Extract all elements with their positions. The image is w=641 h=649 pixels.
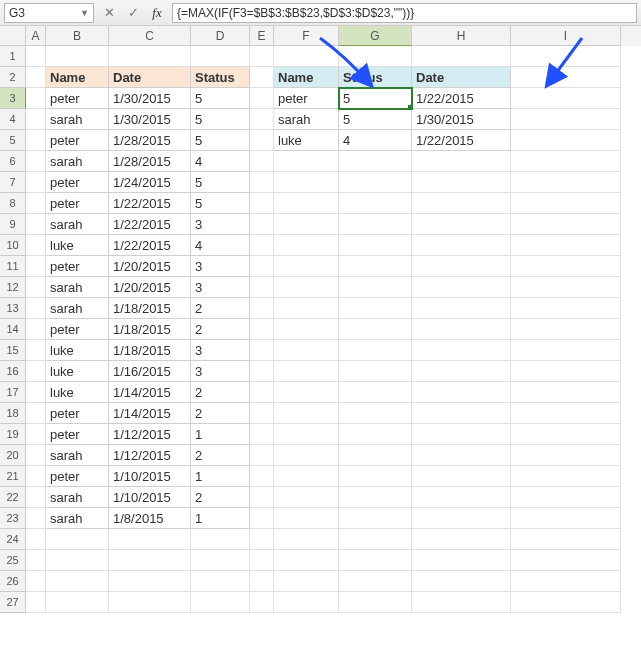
cell[interactable] <box>250 550 274 571</box>
cell[interactable] <box>511 571 621 592</box>
cell[interactable] <box>274 298 339 319</box>
cell[interactable]: 5 <box>339 88 412 109</box>
cell[interactable] <box>26 151 46 172</box>
row-header-11[interactable]: 11 <box>0 256 26 277</box>
cell[interactable] <box>339 508 412 529</box>
cell[interactable]: peter <box>46 130 109 151</box>
cell[interactable] <box>412 214 511 235</box>
cell[interactable]: 1/30/2015 <box>412 109 511 130</box>
cell[interactable] <box>339 361 412 382</box>
cell[interactable] <box>191 529 250 550</box>
cell[interactable]: 1/30/2015 <box>109 88 191 109</box>
cell[interactable] <box>250 403 274 424</box>
cell[interactable]: 1/28/2015 <box>109 130 191 151</box>
row-header-19[interactable]: 19 <box>0 424 26 445</box>
cell[interactable] <box>26 235 46 256</box>
cell[interactable] <box>26 88 46 109</box>
cell[interactable] <box>250 256 274 277</box>
cell[interactable] <box>412 277 511 298</box>
row-header-4[interactable]: 4 <box>0 109 26 130</box>
cell[interactable]: Name <box>46 67 109 88</box>
cell[interactable]: 1/22/2015 <box>109 235 191 256</box>
cell[interactable] <box>26 277 46 298</box>
cell[interactable]: 4 <box>339 130 412 151</box>
cell[interactable]: 2 <box>191 319 250 340</box>
cell[interactable] <box>511 319 621 340</box>
cell[interactable]: sarah <box>46 151 109 172</box>
row-header-14[interactable]: 14 <box>0 319 26 340</box>
cell[interactable] <box>274 340 339 361</box>
cell[interactable] <box>26 109 46 130</box>
row-header-8[interactable]: 8 <box>0 193 26 214</box>
row-header-3[interactable]: 3 <box>0 88 26 109</box>
row-header-5[interactable]: 5 <box>0 130 26 151</box>
cell[interactable]: 1/14/2015 <box>109 403 191 424</box>
row-header-18[interactable]: 18 <box>0 403 26 424</box>
cell[interactable]: sarah <box>46 508 109 529</box>
cell[interactable] <box>26 172 46 193</box>
cell[interactable] <box>339 214 412 235</box>
cell[interactable] <box>250 235 274 256</box>
cell[interactable] <box>339 298 412 319</box>
cell[interactable]: peter <box>46 319 109 340</box>
cell[interactable] <box>250 529 274 550</box>
row-header-10[interactable]: 10 <box>0 235 26 256</box>
cell[interactable] <box>511 151 621 172</box>
cell[interactable] <box>26 508 46 529</box>
cells-area[interactable]: NameDateStatusNameStatusDatepeter1/30/20… <box>26 46 641 649</box>
cell[interactable] <box>412 151 511 172</box>
cell[interactable] <box>26 340 46 361</box>
cell[interactable] <box>250 193 274 214</box>
cell[interactable]: peter <box>46 88 109 109</box>
col-header-A[interactable]: A <box>26 26 46 46</box>
select-all-corner[interactable] <box>0 26 26 46</box>
cell[interactable] <box>511 424 621 445</box>
cell[interactable]: luke <box>46 235 109 256</box>
cell[interactable]: sarah <box>274 109 339 130</box>
cell[interactable] <box>412 298 511 319</box>
col-header-B[interactable]: B <box>46 26 109 46</box>
cell[interactable] <box>412 571 511 592</box>
cell[interactable]: Status <box>339 67 412 88</box>
cell[interactable]: 1/18/2015 <box>109 298 191 319</box>
cell[interactable] <box>274 172 339 193</box>
cell[interactable] <box>274 256 339 277</box>
cell[interactable]: 2 <box>191 445 250 466</box>
cell[interactable] <box>412 319 511 340</box>
cell[interactable]: 1/22/2015 <box>109 193 191 214</box>
row-header-20[interactable]: 20 <box>0 445 26 466</box>
cell[interactable]: 3 <box>191 214 250 235</box>
cell[interactable]: 1/20/2015 <box>109 277 191 298</box>
cell[interactable]: luke <box>46 340 109 361</box>
cell[interactable]: 2 <box>191 487 250 508</box>
cell[interactable] <box>191 46 250 67</box>
col-header-F[interactable]: F <box>274 26 339 46</box>
cell[interactable] <box>46 529 109 550</box>
cell[interactable] <box>339 319 412 340</box>
cell[interactable] <box>274 445 339 466</box>
cell[interactable] <box>250 151 274 172</box>
cell[interactable] <box>274 151 339 172</box>
cell[interactable] <box>339 571 412 592</box>
cell[interactable] <box>26 130 46 151</box>
cell[interactable]: 5 <box>191 193 250 214</box>
cell[interactable] <box>191 571 250 592</box>
cell[interactable] <box>250 67 274 88</box>
cell[interactable] <box>339 340 412 361</box>
dropdown-icon[interactable]: ▼ <box>80 8 89 18</box>
row-header-27[interactable]: 27 <box>0 592 26 613</box>
cell[interactable] <box>511 550 621 571</box>
row-header-13[interactable]: 13 <box>0 298 26 319</box>
cell[interactable] <box>250 424 274 445</box>
cell[interactable]: 1/22/2015 <box>109 214 191 235</box>
cell[interactable] <box>511 67 621 88</box>
cell[interactable] <box>250 46 274 67</box>
col-header-E[interactable]: E <box>250 26 274 46</box>
cell[interactable]: 1 <box>191 508 250 529</box>
row-header-15[interactable]: 15 <box>0 340 26 361</box>
cell[interactable] <box>339 151 412 172</box>
cell[interactable] <box>412 424 511 445</box>
cell[interactable]: 5 <box>339 109 412 130</box>
cell[interactable] <box>250 361 274 382</box>
cell[interactable] <box>412 193 511 214</box>
